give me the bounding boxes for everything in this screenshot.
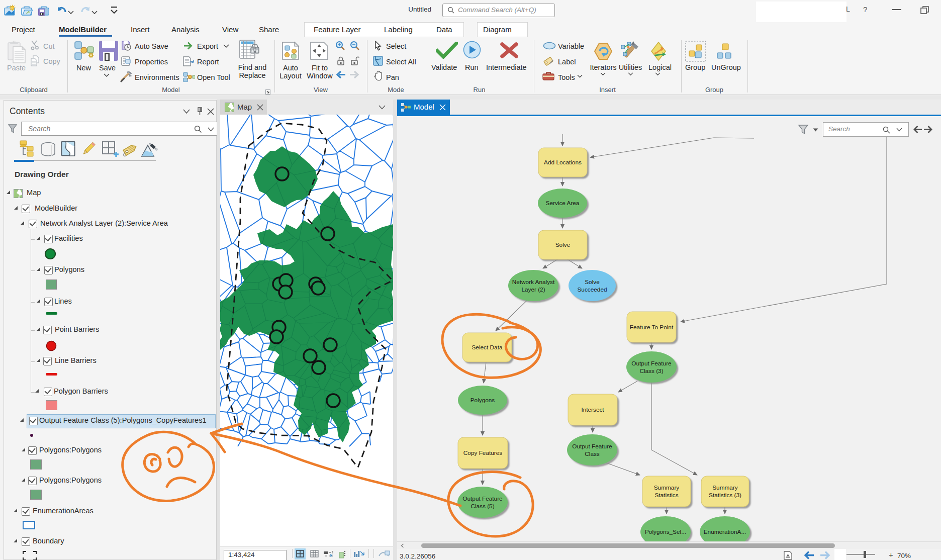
svg-text:Summary: Summary bbox=[654, 484, 680, 491]
svg-text:Solve: Solve bbox=[585, 278, 600, 286]
svg-text:Network Analyst: Network Analyst bbox=[512, 278, 555, 286]
svg-text:Polygons_Sel...: Polygons_Sel... bbox=[645, 528, 686, 535]
svg-text:Select Data: Select Data bbox=[472, 344, 503, 351]
svg-text:Polygons: Polygons bbox=[470, 397, 495, 404]
svg-text:Class (5): Class (5) bbox=[470, 503, 494, 510]
svg-text:Feature To Point: Feature To Point bbox=[630, 324, 674, 331]
svg-text:EnumerationA...: EnumerationA... bbox=[704, 528, 746, 535]
svg-text:Output Feature: Output Feature bbox=[462, 495, 503, 502]
svg-text:Copy Features: Copy Features bbox=[463, 449, 502, 456]
svg-text:Intersect: Intersect bbox=[581, 406, 604, 413]
svg-text:Statistics (3): Statistics (3) bbox=[709, 492, 741, 499]
svg-text:Layer (2): Layer (2) bbox=[521, 286, 545, 293]
svg-text:Service Area: Service Area bbox=[546, 200, 580, 207]
svg-text:Output Feature: Output Feature bbox=[631, 360, 672, 367]
svg-text:Summary: Summary bbox=[712, 484, 738, 491]
svg-text:Output Feature: Output Feature bbox=[572, 443, 612, 450]
svg-text:Add Locations: Add Locations bbox=[544, 159, 582, 166]
svg-text:Solve: Solve bbox=[555, 241, 571, 248]
svg-text:Statistics: Statistics bbox=[654, 492, 678, 499]
svg-text:Succeeded: Succeeded bbox=[577, 286, 607, 293]
svg-text:Class (3): Class (3) bbox=[639, 367, 663, 375]
svg-text:Class: Class bbox=[585, 450, 600, 457]
